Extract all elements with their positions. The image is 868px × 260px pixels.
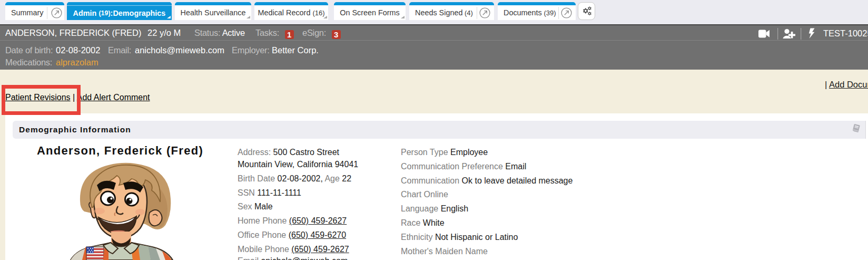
svg-text:TEST-10025: TEST-10025 <box>823 28 868 38</box>
